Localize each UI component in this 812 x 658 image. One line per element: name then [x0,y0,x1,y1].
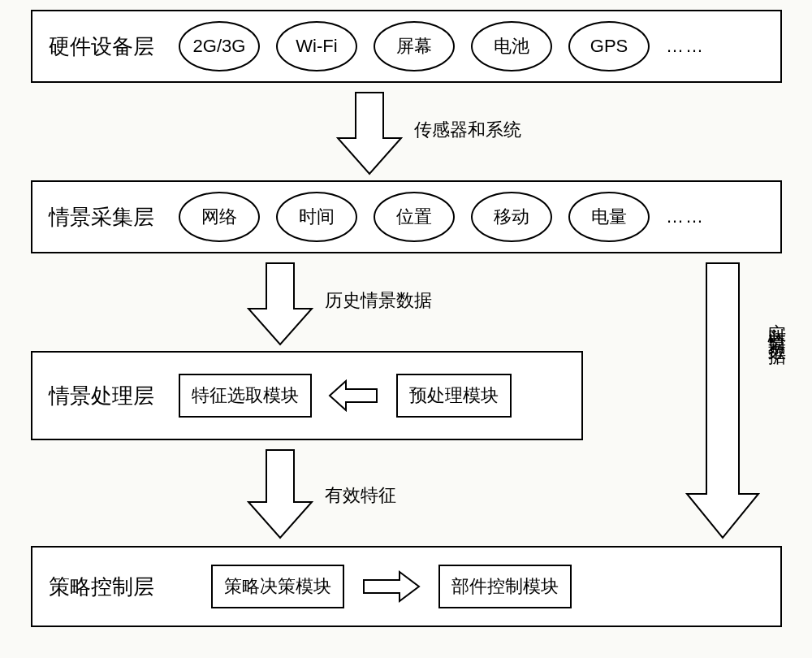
svg-marker-3 [330,381,377,410]
hardware-layer-title: 硬件设备层 [49,32,154,61]
hw-bubble: 屏幕 [374,21,455,71]
coll-more-dots: …… [666,206,705,227]
collection-bubbles: 网络 时间 位置 移动 电量 …… [179,192,705,242]
processing-layer-title: 情景处理层 [49,382,154,410]
hw-bubble: Wi-Fi [276,21,357,71]
component-control-module: 部件控制模块 [438,565,572,608]
svg-marker-4 [248,450,312,538]
coll-bubble: 电量 [568,192,650,242]
arrow-right-icon [359,570,424,603]
arrow-label-features: 有效特征 [325,483,396,508]
control-layer: 策略控制层 策略决策模块 部件控制模块 [31,546,782,627]
arrow-realtime-side [682,258,763,543]
decision-module: 策略决策模块 [211,565,344,608]
hw-bubble: 2G/3G [179,21,260,71]
feature-select-module: 特征选取模块 [179,374,312,418]
svg-marker-2 [687,263,758,538]
processing-layer: 情景处理层 特征选取模块 预处理模块 [31,351,583,440]
control-layer-title: 策略控制层 [49,573,154,601]
hw-bubble: GPS [568,21,650,71]
arrow-left-icon [326,379,382,412]
coll-bubble: 移动 [471,192,552,242]
hardware-bubbles: 2G/3G Wi-Fi 屏幕 电池 GPS …… [179,21,705,71]
coll-bubble: 网络 [179,192,260,242]
arrow-label-sensors: 传感器和系统 [414,118,521,142]
processing-modules: 特征选取模块 预处理模块 [179,374,512,418]
arrow-processing-to-control [244,445,317,543]
coll-bubble: 位置 [374,192,455,242]
svg-marker-0 [338,93,401,174]
hw-more-dots: …… [666,36,705,57]
svg-marker-1 [248,263,312,344]
collection-layer: 情景采集层 网络 时间 位置 移动 电量 …… [31,180,782,253]
preprocess-module: 预处理模块 [396,374,512,418]
hw-bubble: 电池 [471,21,552,71]
arrow-collection-to-processing [244,258,317,348]
arrow-label-history: 历史情景数据 [325,288,432,313]
control-modules: 策略决策模块 部件控制模块 [211,565,572,608]
arrow-label-realtime: 实时情景数据 [765,309,789,338]
svg-marker-5 [364,572,419,601]
arrow-hw-to-collection [333,88,406,177]
collection-layer-title: 情景采集层 [49,203,154,232]
hardware-layer: 硬件设备层 2G/3G Wi-Fi 屏幕 电池 GPS …… [31,10,782,83]
coll-bubble: 时间 [276,192,357,242]
